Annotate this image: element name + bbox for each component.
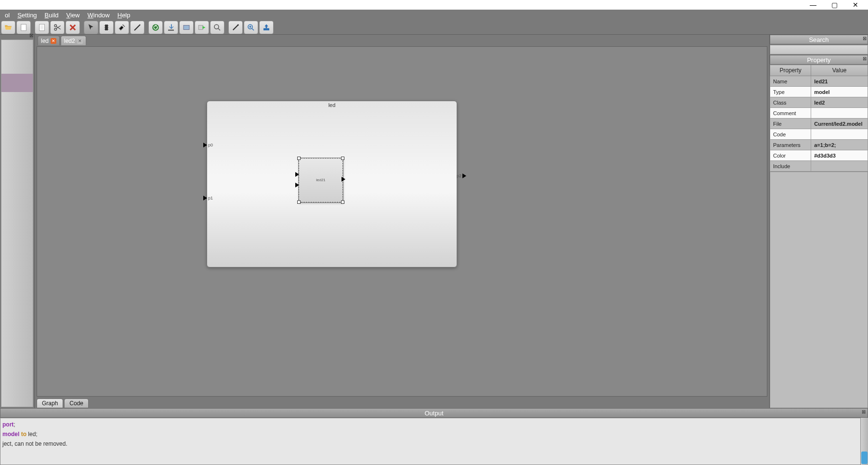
search-input[interactable] [770,45,868,54]
output-line: port; [2,421,866,428]
window-close-button[interactable]: ✕ [845,0,866,10]
output-body[interactable]: port; model to led; ject, can not be rem… [0,418,868,465]
property-row[interactable]: Comment [770,108,868,119]
tab-graph[interactable]: Graph [37,399,63,408]
toolbar-run-button[interactable] [195,21,209,34]
port-p1[interactable]: p1 [203,196,208,200]
property-row[interactable]: Parametersa=1;b=2; [770,140,868,150]
toolbar-doc-button[interactable] [35,21,49,34]
toolbar-rect-button[interactable] [179,21,194,34]
property-key: Code [770,129,811,140]
toolbar-clean-button[interactable] [115,21,129,34]
property-value[interactable] [811,129,868,140]
toolbar [0,20,868,35]
toolbar-export-button[interactable] [259,21,274,34]
panel-title: Output [424,410,443,417]
property-value[interactable] [811,108,868,119]
property-key: Class [770,97,811,108]
toolbar-pointer-button[interactable] [84,21,98,34]
diagram-canvas[interactable]: led p0 p1 p2 [37,46,767,397]
tab-close-icon[interactable]: ✕ [51,38,56,44]
toolbar-device-button[interactable] [99,21,114,34]
center-workspace: led ✕ led2 ✕ led p0 p1 [35,35,769,408]
small-port-out-0[interactable] [342,177,346,182]
toolbar-download-button[interactable] [164,21,178,34]
property-value[interactable] [811,161,868,172]
document-tab-row: led ✕ led2 ✕ [35,35,769,45]
property-row[interactable]: Color#d3d3d3 [770,150,868,161]
small-port-in-0[interactable] [295,172,300,177]
download-icon [167,23,175,32]
menu-bar: ol Setting Build View Window Help [0,10,868,20]
tab-code[interactable]: Code [64,399,89,408]
toolbar-new-button[interactable] [16,21,31,34]
menu-setting[interactable]: Setting [13,11,40,20]
left-panel-body[interactable] [1,40,33,407]
property-row[interactable]: Nameled21 [770,76,868,87]
property-value[interactable]: led21 [811,76,868,87]
tab-led2[interactable]: led2 ✕ [61,36,86,45]
window-minimize-button[interactable]: — [802,0,824,10]
block-led21[interactable]: led21 [299,158,343,202]
property-row[interactable]: Include [770,161,868,172]
output-line: model to led; [2,431,866,438]
toolbar-delete-button[interactable] [66,21,80,34]
property-row[interactable]: FileCurrent/led2.model [770,119,868,129]
window-titlebar: — ▢ ✕ [0,0,868,10]
resize-handle-tr[interactable] [341,157,344,160]
tab-led[interactable]: led ✕ [38,36,60,45]
close-icon[interactable]: ⊠ [863,56,867,61]
property-row[interactable]: Typemodel [770,87,868,97]
toolbar-open-button[interactable] [1,21,15,34]
property-key: File [770,119,811,129]
resize-handle-bl[interactable] [297,200,301,204]
property-key: Name [770,76,811,87]
property-value[interactable]: led2 [811,97,868,108]
property-value[interactable]: #d3d3d3 [811,150,868,161]
search-panel-header: Search ⊠ [770,35,868,44]
toolbar-wand-button[interactable] [228,21,243,34]
port-triangle-icon [295,172,299,177]
property-row[interactable]: Code [770,129,868,140]
left-panel-selection[interactable] [1,74,33,92]
tab-label: led2 [64,38,75,44]
close-icon[interactable]: ⊠ [29,33,33,38]
output-scrollbar[interactable] [860,418,868,465]
svg-rect-12 [263,28,269,30]
resize-handle-tl[interactable] [297,157,301,160]
small-port-in-1[interactable] [295,183,300,187]
port-triangle-icon [203,143,207,147]
port-triangle-icon [462,173,466,178]
toolbar-erase-button[interactable] [130,21,145,34]
resize-handle-br[interactable] [341,200,344,204]
toolbar-find-button[interactable] [210,21,224,34]
property-value[interactable]: model [811,87,868,97]
port-p0[interactable]: p0 [203,143,208,147]
scrollbar-thumb[interactable] [861,452,868,464]
toolbar-refresh-button[interactable] [148,21,163,34]
property-value[interactable]: a=1;b=2; [811,140,868,150]
port-label: p2 [457,173,461,178]
menu-window[interactable]: Window [83,11,113,20]
property-value[interactable]: Current/led2.model [811,119,868,129]
port-triangle-icon [295,183,299,187]
property-key: Comment [770,108,811,119]
tab-close-icon[interactable]: ✕ [77,38,83,44]
left-panel-header: ⊠ [0,35,34,39]
property-row[interactable]: Classled2 [770,97,868,108]
window-maximize-button[interactable]: ▢ [824,0,845,10]
block-led[interactable]: led p0 p1 p2 [207,101,457,267]
menu-build[interactable]: Build [41,11,63,20]
property-key: Color [770,150,811,161]
close-icon[interactable]: ⊠ [862,409,866,414]
toolbar-zoomplus-button[interactable] [244,21,258,34]
toolbar-cut-button[interactable] [50,21,65,34]
port-p2[interactable]: p2 [457,173,461,178]
menu-view[interactable]: View [63,11,84,20]
menu-help[interactable]: Help [114,11,134,20]
x-icon [68,23,77,32]
menu-ol[interactable]: ol [1,11,13,20]
property-key: Type [770,87,811,97]
magnifier-icon [213,23,222,32]
close-icon[interactable]: ⊠ [863,36,867,41]
